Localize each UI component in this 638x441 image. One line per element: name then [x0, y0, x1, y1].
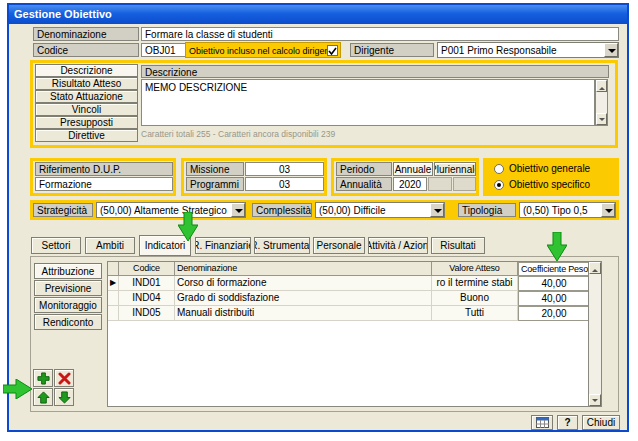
include-checkbox[interactable] — [327, 45, 338, 56]
cell-codice[interactable]: IND01 — [119, 276, 175, 291]
cell-coefficiente[interactable]: 40,00 — [518, 291, 590, 306]
complessita-value: (50,00) Difficile — [319, 205, 386, 216]
missione-input[interactable]: 03 — [245, 162, 324, 176]
cell-codice[interactable]: IND04 — [119, 291, 175, 306]
grid-header-coefficiente-peso[interactable]: Coefficiente Peso — [518, 262, 590, 276]
missione-label: Missione — [186, 162, 244, 176]
chevron-down-icon[interactable] — [231, 203, 245, 217]
tab-stato-attuazione[interactable]: Stato Attuazione — [35, 90, 138, 103]
complessita-label: Complessità — [252, 203, 312, 217]
classifier-strip: Strategicità (50,00) Altamente Strategic… — [30, 200, 619, 220]
strategicita-dropdown[interactable]: (50,00) Altamente Strategico — [96, 202, 246, 218]
chiudi-button[interactable]: Chiudi — [582, 415, 620, 430]
annualita-disabled-1 — [428, 177, 452, 191]
periodo-pluriennale-button[interactable]: Pluriennale — [434, 162, 476, 176]
tab-personale[interactable]: Personale — [313, 237, 365, 254]
strategicita-value: (50,00) Altamente Strategico — [100, 205, 227, 216]
scroll-up-icon[interactable] — [589, 262, 601, 274]
cell-coefficiente[interactable]: 40,00 — [518, 276, 590, 291]
help-button[interactable]: ? — [557, 415, 578, 430]
denominazione-input[interactable]: Formare la classe di studenti — [141, 27, 619, 41]
tab-vincoli[interactable]: Vincoli — [35, 103, 138, 116]
programmi-input[interactable]: 03 — [245, 177, 324, 191]
tab-settori[interactable]: Settori — [31, 237, 81, 254]
tab-r-finanziarie[interactable]: R. Finanziarie — [195, 237, 251, 254]
dirigente-dropdown[interactable]: P001 Primo Responsabile — [437, 42, 619, 58]
annualita-disabled-2 — [453, 177, 476, 191]
move-down-button[interactable] — [54, 388, 74, 406]
grid-header-denominazione[interactable]: Denominazione — [175, 262, 432, 276]
dup-input[interactable]: Formazione — [35, 177, 173, 191]
chevron-down-icon[interactable] — [604, 43, 618, 57]
obiettivo-specifico-radio[interactable] — [494, 180, 504, 190]
description-section: Descrizione Risultato Atteso Stato Attua… — [30, 60, 618, 148]
tab-descrizione[interactable]: Descrizione — [35, 64, 138, 77]
chevron-down-icon[interactable] — [430, 203, 444, 217]
grid-scrollbar[interactable] — [588, 262, 601, 406]
tab-ambiti[interactable]: Ambiti — [85, 237, 135, 254]
scroll-down-icon[interactable] — [589, 394, 601, 406]
tipologia-label: Tipologia — [458, 203, 516, 217]
grid-settings-button[interactable] — [531, 415, 553, 430]
description-memo[interactable]: MEMO DESCRIZIONE — [141, 79, 595, 126]
cell-denominazione[interactable]: Corso di formazione — [175, 276, 432, 291]
add-row-button[interactable] — [33, 369, 53, 387]
gestione-obiettivo-window: Gestione Obiettivo Denominazione Formare… — [7, 3, 629, 432]
subtab-monitoraggio[interactable]: Monitoraggio — [34, 297, 102, 313]
periodo-label: Periodo — [336, 162, 392, 176]
annualita-input[interactable]: 2020 — [393, 177, 427, 191]
periodo-annuale-button[interactable]: Annuale — [393, 162, 433, 176]
table-grid-icon — [536, 417, 549, 428]
row-selector — [108, 291, 119, 306]
arrow-down-icon — [58, 391, 71, 404]
cell-codice[interactable]: IND05 — [119, 306, 175, 321]
grid-header-valore-atteso[interactable]: Valore Atteso — [432, 262, 518, 276]
grid-header-codice[interactable]: Codice — [119, 262, 175, 276]
annotation-arrow-down-indicatori-icon — [178, 212, 198, 242]
dirigente-label: Dirigente — [350, 43, 434, 57]
memo-scrollbar[interactable] — [595, 79, 608, 126]
missione-programmi-box: Missione 03 Programmi 03 — [181, 158, 327, 196]
complessita-dropdown[interactable]: (50,00) Difficile — [315, 202, 445, 218]
title-bar[interactable]: Gestione Obiettivo — [9, 5, 627, 24]
tab-risultato-atteso[interactable]: Risultato Atteso — [35, 77, 138, 90]
annotation-arrow-down-coefficiente-icon — [547, 232, 567, 262]
tab-attivita-azioni[interactable]: Attività / Azioni — [368, 237, 428, 254]
tab-risultati[interactable]: Risultati — [431, 237, 485, 254]
tipologia-value: (0,50) Tipo 0,5 — [523, 205, 587, 216]
strategicita-label: Strategicità — [33, 203, 93, 217]
tab-direttive[interactable]: Direttive — [35, 129, 138, 142]
subtab-previsione[interactable]: Previsione — [34, 280, 102, 296]
subtab-rendiconto[interactable]: Rendiconto — [34, 314, 102, 330]
objective-type-box: Obiettivo generale Obiettivo specifico — [483, 158, 619, 196]
obiettivo-generale-radio[interactable] — [494, 164, 504, 174]
chevron-down-icon[interactable] — [601, 203, 615, 217]
codice-label: Codice — [33, 43, 139, 57]
tipologia-dropdown[interactable]: (0,50) Tipo 0,5 — [519, 202, 616, 218]
table-row: ▶ IND01 Corso di formazione ro il termin… — [108, 276, 601, 291]
periodo-box: Periodo Annuale Pluriennale Annualità 20… — [331, 158, 479, 196]
cell-valore-atteso[interactable]: Buono — [432, 291, 518, 306]
grid-header-row: Codice Denominazione Valore Atteso Coeff… — [108, 262, 601, 276]
character-counter: Caratteri totali 255 - Caratteri ancora … — [141, 129, 335, 139]
window-content: Denominazione Formare la classe di stude… — [9, 24, 627, 430]
scroll-down-icon[interactable] — [596, 113, 607, 125]
delete-x-icon — [58, 372, 71, 385]
obiettivo-generale-label: Obiettivo generale — [509, 163, 590, 175]
programmi-label: Programmi — [186, 177, 244, 191]
cell-denominazione[interactable]: Grado di soddisfazione — [175, 291, 432, 306]
move-up-button[interactable] — [33, 388, 53, 406]
subtab-attribuzione[interactable]: Attribuzione — [34, 263, 102, 279]
cell-coefficiente[interactable]: 20,00 — [518, 306, 590, 321]
cell-valore-atteso[interactable]: Tutti — [432, 306, 518, 321]
arrow-up-icon — [37, 391, 50, 404]
cell-valore-atteso[interactable]: ro il termine stabi — [432, 276, 518, 291]
table-row: IND04 Grado di soddisfazione Buono 40,00 — [108, 291, 601, 306]
annualita-label: Annualità — [336, 177, 392, 191]
scroll-up-icon[interactable] — [596, 80, 607, 92]
delete-row-button[interactable] — [54, 369, 74, 387]
cell-denominazione[interactable]: Manuali distribuiti — [175, 306, 432, 321]
tab-presupposti[interactable]: Presupposti — [35, 116, 138, 129]
tab-r-strumentali[interactable]: R. Strumentali — [254, 237, 310, 254]
dup-box: Riferimento D.U.P. Formazione — [30, 158, 176, 196]
